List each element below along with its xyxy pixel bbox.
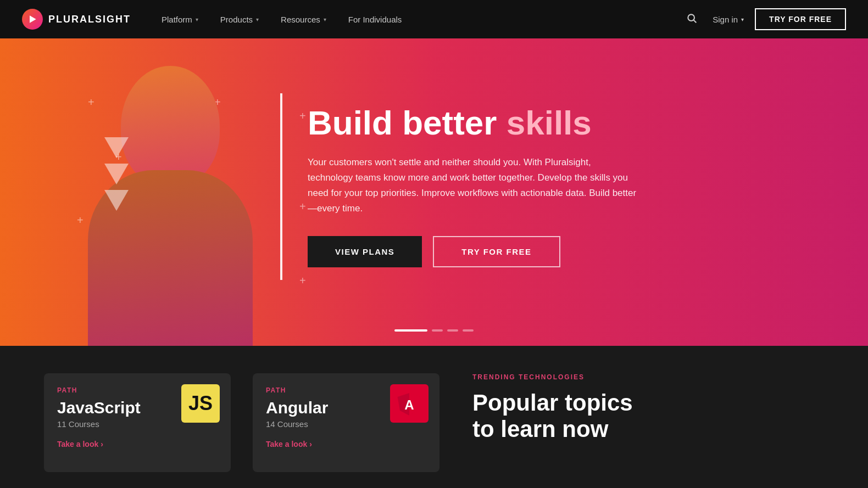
hero-section: + + + + + + + + + + + Build better skill…	[0, 38, 868, 346]
bottom-section: PATH JavaScript 11 Courses Take a look ›…	[0, 346, 868, 488]
try-free-button[interactable]: TRY FOR FREE	[755, 8, 846, 30]
triangle-1	[104, 137, 129, 158]
dot-3[interactable]	[447, 329, 458, 332]
nav-links: Platform ▾ Products ▾ Resources ▾ For In…	[153, 0, 682, 38]
dot-1[interactable]	[394, 329, 427, 332]
try-for-free-hero-button[interactable]: TRY FOR FREE	[433, 236, 560, 267]
logo-link[interactable]: PLURALSIGHT	[22, 9, 131, 30]
deco-plus: +	[299, 274, 306, 287]
arrow-right-icon: ›	[101, 440, 103, 448]
nav-item-platform[interactable]: Platform ▾	[153, 0, 207, 38]
nav-item-individuals[interactable]: For Individuals	[340, 0, 411, 38]
triangle-3	[104, 190, 129, 211]
chevron-down-icon: ▾	[741, 16, 744, 23]
navbar: PLURALSIGHT Platform ▾ Products ▾ Resour…	[0, 0, 868, 38]
logo-text: PLURALSIGHT	[48, 14, 131, 25]
hero-description: Your customers won't settle and neither …	[308, 155, 637, 216]
hero-content: Build better skills Your customers won't…	[308, 104, 835, 267]
deco-triangles	[104, 137, 129, 216]
path-link-angular[interactable]: Take a look ›	[266, 440, 426, 448]
nav-item-resources[interactable]: Resources ▾	[272, 0, 335, 38]
hero-buttons: VIEW PLANS TRY FOR FREE	[308, 236, 835, 267]
person-head	[121, 66, 220, 187]
chevron-down-icon: ▾	[324, 16, 326, 23]
dot-2[interactable]	[432, 329, 443, 332]
chevron-down-icon: ▾	[196, 16, 198, 23]
chevron-down-icon: ▾	[256, 16, 259, 23]
path-link-js[interactable]: Take a look ›	[57, 440, 218, 448]
dot-4[interactable]	[463, 329, 474, 332]
triangle-2	[104, 164, 129, 184]
path-card-javascript: PATH JavaScript 11 Courses Take a look ›…	[44, 373, 231, 472]
deco-plus: +	[299, 200, 306, 213]
trending-title: Popular topics to learn now	[472, 390, 824, 443]
logo-icon	[22, 9, 43, 30]
signin-button[interactable]: Sign in ▾	[713, 15, 744, 24]
hero-vertical-bar	[280, 93, 282, 280]
hero-person-image	[44, 49, 297, 346]
nav-item-products[interactable]: Products ▾	[212, 0, 268, 38]
svg-point-1	[688, 14, 695, 21]
nav-right: Sign in ▾ TRY FOR FREE	[682, 8, 846, 31]
svg-line-2	[694, 20, 697, 23]
view-plans-button[interactable]: VIEW PLANS	[308, 236, 422, 267]
hero-title: Build better skills	[308, 104, 835, 142]
js-icon: JS	[181, 384, 220, 423]
search-icon[interactable]	[682, 8, 702, 31]
hero-title-main: Build better	[308, 104, 507, 142]
svg-marker-0	[30, 15, 36, 23]
trending-section: TRENDING TECHNOLOGIES Popular topics to …	[461, 373, 824, 443]
path-card-angular: PATH Angular 14 Courses Take a look › A	[253, 373, 439, 472]
angular-icon: A	[390, 384, 429, 423]
trending-label: TRENDING TECHNOLOGIES	[472, 373, 824, 381]
hero-slider-dots	[394, 329, 474, 332]
hero-title-accent: skills	[507, 104, 592, 142]
svg-text:A: A	[404, 397, 414, 412]
deco-plus: +	[299, 110, 306, 122]
arrow-right-icon: ›	[309, 440, 312, 448]
